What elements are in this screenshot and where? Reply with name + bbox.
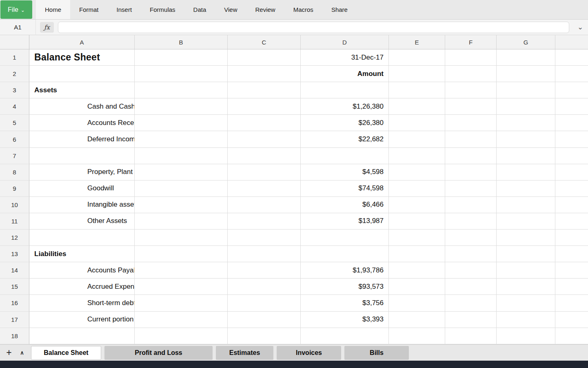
cell-C6[interactable] bbox=[228, 131, 301, 147]
file-menu-button[interactable]: File ⌄ bbox=[0, 0, 32, 19]
cell-C11[interactable] bbox=[228, 213, 301, 230]
row-header-15[interactable]: 15 bbox=[0, 279, 29, 295]
cell-A12[interactable] bbox=[29, 230, 135, 246]
cell-F5[interactable] bbox=[445, 115, 497, 131]
cell-C4[interactable] bbox=[228, 98, 301, 115]
cell-E18[interactable] bbox=[389, 328, 445, 344]
column-header-A[interactable]: A bbox=[29, 35, 135, 49]
cell-H17[interactable] bbox=[555, 312, 588, 328]
cell-D16[interactable]: $3,756 bbox=[301, 295, 389, 311]
cell-A16[interactable]: Short-term debt bbox=[29, 295, 135, 311]
cell-C14[interactable] bbox=[228, 262, 301, 279]
cell-B2[interactable] bbox=[135, 66, 228, 82]
menu-item-share[interactable]: Share bbox=[322, 0, 357, 19]
cell-E1[interactable] bbox=[389, 49, 445, 66]
row-header-2[interactable]: 2 bbox=[0, 66, 29, 82]
cell-G4[interactable] bbox=[497, 98, 555, 115]
cell-F3[interactable] bbox=[445, 82, 497, 98]
row-header-1[interactable]: 1 bbox=[0, 49, 29, 66]
cell-C13[interactable] bbox=[228, 246, 301, 262]
cell-F8[interactable] bbox=[445, 164, 497, 181]
cell-G8[interactable] bbox=[497, 164, 555, 181]
cell-C8[interactable] bbox=[228, 164, 301, 181]
cell-H4[interactable] bbox=[555, 98, 588, 115]
cell-B9[interactable] bbox=[135, 181, 228, 197]
cell-B1[interactable] bbox=[135, 49, 228, 66]
cell-E6[interactable] bbox=[389, 131, 445, 147]
chevron-down-icon[interactable]: ⌄ bbox=[572, 20, 588, 35]
cell-H10[interactable] bbox=[555, 197, 588, 213]
cell-H16[interactable] bbox=[555, 295, 588, 311]
cell-G11[interactable] bbox=[497, 213, 555, 230]
cell-B13[interactable] bbox=[135, 246, 228, 262]
cell-C1[interactable] bbox=[228, 49, 301, 66]
cell-G10[interactable] bbox=[497, 197, 555, 213]
cell-E16[interactable] bbox=[389, 295, 445, 311]
cell-A5[interactable]: Accounts Receivables bbox=[29, 115, 135, 131]
cell-E14[interactable] bbox=[389, 262, 445, 279]
cell-H11[interactable] bbox=[555, 213, 588, 230]
cell-B18[interactable] bbox=[135, 328, 228, 344]
sheet-tab-balance-sheet[interactable]: Balance Sheet bbox=[31, 346, 101, 360]
column-header-E[interactable]: E bbox=[389, 35, 445, 49]
cell-D1[interactable]: 31-Dec-17 bbox=[301, 49, 389, 66]
cell-B5[interactable] bbox=[135, 115, 228, 131]
cell-F4[interactable] bbox=[445, 98, 497, 115]
cell-D13[interactable] bbox=[301, 246, 389, 262]
cell-A9[interactable]: Goodwill bbox=[29, 181, 135, 197]
cell-G17[interactable] bbox=[497, 312, 555, 328]
column-header-D[interactable]: D bbox=[301, 35, 389, 49]
cell-F16[interactable] bbox=[445, 295, 497, 311]
cell-G1[interactable] bbox=[497, 49, 555, 66]
cell-B7[interactable] bbox=[135, 148, 228, 164]
column-header-C[interactable]: C bbox=[228, 35, 301, 49]
cell-G3[interactable] bbox=[497, 82, 555, 98]
column-header-F[interactable]: F bbox=[445, 35, 497, 49]
cell-G7[interactable] bbox=[497, 148, 555, 164]
cell-D4[interactable]: $1,26,380 bbox=[301, 98, 389, 115]
cell-A15[interactable]: Accrued Expenses bbox=[29, 279, 135, 295]
cell-E8[interactable] bbox=[389, 164, 445, 181]
menu-item-formulas[interactable]: Formulas bbox=[141, 0, 184, 19]
cell-G12[interactable] bbox=[497, 230, 555, 246]
cell-A2[interactable] bbox=[29, 66, 135, 82]
cell-E13[interactable] bbox=[389, 246, 445, 262]
cell-C10[interactable] bbox=[228, 197, 301, 213]
menu-item-home[interactable]: Home bbox=[36, 0, 70, 19]
cell-H2[interactable] bbox=[555, 66, 588, 82]
cell-F7[interactable] bbox=[445, 148, 497, 164]
cell-C16[interactable] bbox=[228, 295, 301, 311]
cell-G5[interactable] bbox=[497, 115, 555, 131]
column-header-G[interactable]: G bbox=[497, 35, 555, 49]
cell-E4[interactable] bbox=[389, 98, 445, 115]
cell-B11[interactable] bbox=[135, 213, 228, 230]
cell-B4[interactable] bbox=[135, 98, 228, 115]
cell-E2[interactable] bbox=[389, 66, 445, 82]
cell-D3[interactable] bbox=[301, 82, 389, 98]
cell-A8[interactable]: Property, Plant and Equipments bbox=[29, 164, 135, 181]
cell-G16[interactable] bbox=[497, 295, 555, 311]
cell-D10[interactable]: $6,466 bbox=[301, 197, 389, 213]
cell-F1[interactable] bbox=[445, 49, 497, 66]
cell-F9[interactable] bbox=[445, 181, 497, 197]
cell-reference-box[interactable]: A1 bbox=[0, 20, 36, 35]
cell-C18[interactable] bbox=[228, 328, 301, 344]
row-header-5[interactable]: 5 bbox=[0, 115, 29, 131]
row-header-6[interactable]: 6 bbox=[0, 131, 29, 147]
cell-F13[interactable] bbox=[445, 246, 497, 262]
cell-A6[interactable]: Deferred Income Taxes bbox=[29, 131, 135, 147]
cell-F15[interactable] bbox=[445, 279, 497, 295]
cell-A3[interactable]: Assets bbox=[29, 82, 135, 98]
select-all-corner[interactable] bbox=[0, 35, 29, 49]
cell-G15[interactable] bbox=[497, 279, 555, 295]
cell-D14[interactable]: $1,93,786 bbox=[301, 262, 389, 279]
cell-G18[interactable] bbox=[497, 328, 555, 344]
cell-F17[interactable] bbox=[445, 312, 497, 328]
cell-F10[interactable] bbox=[445, 197, 497, 213]
cell-A11[interactable]: Other Assets bbox=[29, 213, 135, 230]
menu-item-macros[interactable]: Macros bbox=[284, 0, 322, 19]
cell-D18[interactable] bbox=[301, 328, 389, 344]
cell-D2[interactable]: Amount bbox=[301, 66, 389, 82]
cell-F18[interactable] bbox=[445, 328, 497, 344]
cell-H14[interactable] bbox=[555, 262, 588, 279]
